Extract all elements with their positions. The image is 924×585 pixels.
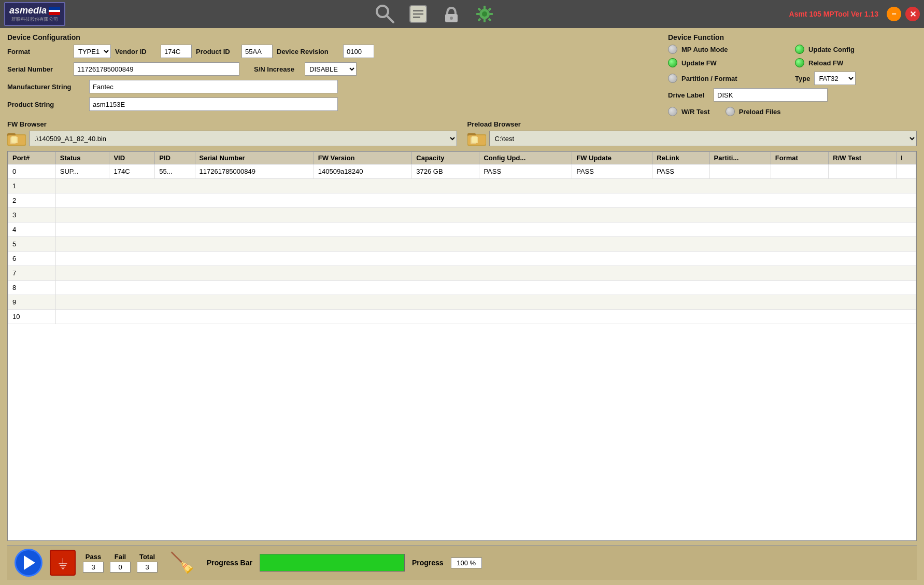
broom-button[interactable]: 🧹 xyxy=(170,551,194,574)
table-row: 5 xyxy=(8,237,916,252)
type-row: Type FAT32 NTFS exFAT xyxy=(795,72,917,85)
progress-bar-container xyxy=(260,554,405,572)
svg-line-4 xyxy=(387,16,393,22)
bottom-bar: ⏚ Pass 3 Fail 0 Total 3 🧹 Progr xyxy=(7,545,917,580)
mp-auto-mode-label: MP Auto Mode xyxy=(681,46,728,53)
search-icon[interactable] xyxy=(374,3,396,25)
device-config-panel: Device Configuration Format TYPE1 TYPE2 … xyxy=(7,33,658,116)
gear-icon[interactable] xyxy=(473,3,496,25)
product-string-input[interactable] xyxy=(89,97,338,111)
usb-button[interactable]: ⏚ xyxy=(50,550,76,576)
preload-browser-row: C:\test xyxy=(467,130,917,147)
cell-serial: 117261785000849 xyxy=(195,164,314,179)
reload-fw-row: Reload FW xyxy=(795,58,917,67)
vendor-id-input[interactable] xyxy=(161,45,192,58)
col-fw: FW Version xyxy=(314,152,412,164)
serial-number-input[interactable] xyxy=(74,62,239,76)
col-rw-test: R/W Test xyxy=(829,152,897,164)
fw-folder-icon[interactable] xyxy=(7,130,26,147)
cell-rw-test xyxy=(829,164,897,179)
cell-fw-update: PASS xyxy=(572,164,652,179)
svg-rect-0 xyxy=(49,7,60,10)
cell-port: 0 xyxy=(8,164,56,179)
partition-format-label: Partition / Format xyxy=(681,75,737,82)
title-right: Asmt 105 MPTool Ver 1.13 − ✕ xyxy=(789,7,920,21)
update-fw-row: Update FW xyxy=(668,58,790,67)
svg-rect-26 xyxy=(11,136,17,143)
mp-auto-mode-led xyxy=(668,45,677,54)
minimize-button[interactable]: − xyxy=(887,7,901,21)
preload-files-led xyxy=(726,107,735,116)
preload-files-row: Preload Files xyxy=(726,107,781,116)
cell-status: SUP... xyxy=(55,164,109,179)
table-row: 6 xyxy=(8,252,916,266)
fw-browser-row: .\140509_A1_82_40.bin xyxy=(7,130,457,147)
device-table: Port# Status VID PID Serial Number FW Ve… xyxy=(8,151,916,324)
play-triangle-icon xyxy=(24,555,35,570)
cell-partition xyxy=(709,164,771,179)
preload-browser-section: Preload Browser C:\test xyxy=(467,120,917,147)
progress-bar-fill xyxy=(260,554,404,571)
update-fw-led xyxy=(668,58,677,67)
format-select[interactable]: TYPE1 TYPE2 xyxy=(74,45,111,58)
manufacturer-string-input[interactable] xyxy=(89,80,338,93)
device-revision-label: Device Revision xyxy=(277,48,339,55)
cell-port: 3 xyxy=(8,208,56,222)
device-config-title: Device Configuration xyxy=(7,33,658,41)
config-row-2: Serial Number S/N Increase DISABLE ENABL… xyxy=(7,62,658,76)
fw-browser-label: FW Browser xyxy=(7,120,457,128)
edit-icon[interactable] xyxy=(407,3,430,25)
format-label: Format xyxy=(7,48,69,55)
logo-text: asmedia xyxy=(9,5,47,16)
cell-port: 8 xyxy=(8,281,56,295)
play-button[interactable] xyxy=(15,549,42,577)
table-row: 10 xyxy=(8,310,916,324)
partition-format-led xyxy=(668,74,677,83)
col-i: I xyxy=(897,152,916,164)
logo-subtitle: 群联科技股份有限公司 xyxy=(11,16,58,23)
preload-folder-icon[interactable] xyxy=(467,130,486,147)
fw-browser-select[interactable]: .\140509_A1_82_40.bin xyxy=(29,131,457,146)
drive-label-input[interactable] xyxy=(714,88,828,102)
preload-browser-select[interactable]: C:\test xyxy=(489,131,917,146)
product-id-input[interactable] xyxy=(241,45,273,58)
device-revision-input[interactable] xyxy=(343,45,374,58)
svg-point-12 xyxy=(482,11,487,17)
table-row: 0 SUP... 174C 55... 117261785000849 1405… xyxy=(8,164,916,179)
partition-format-row: Partition / Format xyxy=(668,72,790,85)
sn-increase-select[interactable]: DISABLE ENABLE xyxy=(305,62,357,76)
product-id-label: Product ID xyxy=(196,48,237,55)
config-row-1: Format TYPE1 TYPE2 Vendor ID Product ID … xyxy=(7,45,658,58)
browsers-row: FW Browser .\140509_A1_82_40.bin xyxy=(7,120,917,147)
cell-i xyxy=(897,164,916,179)
device-table-container: Port# Status VID PID Serial Number FW Ve… xyxy=(7,151,917,541)
col-fw-update: FW Update xyxy=(572,152,652,164)
update-config-row: Update Config xyxy=(795,45,917,54)
wr-test-row: W/R Test xyxy=(668,107,710,116)
type-select[interactable]: FAT32 NTFS exFAT xyxy=(814,72,856,85)
flag-icon xyxy=(49,7,60,15)
update-config-led xyxy=(795,45,804,54)
cell-port: 7 xyxy=(8,266,56,281)
top-panels: Device Configuration Format TYPE1 TYPE2 … xyxy=(7,33,917,116)
total-value: 3 xyxy=(137,562,158,573)
col-port: Port# xyxy=(8,152,56,164)
logo-area: asmedia 群联科技股份有限公司 xyxy=(4,2,65,26)
update-fw-label: Update FW xyxy=(681,59,717,67)
col-status: Status xyxy=(55,152,109,164)
svg-point-10 xyxy=(450,17,453,20)
fail-value: 0 xyxy=(110,562,131,573)
table-row: 8 xyxy=(8,281,916,295)
progress-pct-value: 100 % xyxy=(451,558,482,568)
table-row: 1 xyxy=(8,179,916,193)
close-button[interactable]: ✕ xyxy=(905,7,920,21)
table-row: 3 xyxy=(8,208,916,222)
lock-icon[interactable] xyxy=(440,3,463,25)
cell-format xyxy=(771,164,829,179)
type-label: Type xyxy=(795,75,810,82)
product-string-label: Product String xyxy=(7,101,85,108)
total-stat: Total 3 xyxy=(137,553,158,573)
cell-port: 4 xyxy=(8,222,56,237)
fw-browser-section: FW Browser .\140509_A1_82_40.bin xyxy=(7,120,457,147)
preload-browser-label: Preload Browser xyxy=(467,120,917,128)
